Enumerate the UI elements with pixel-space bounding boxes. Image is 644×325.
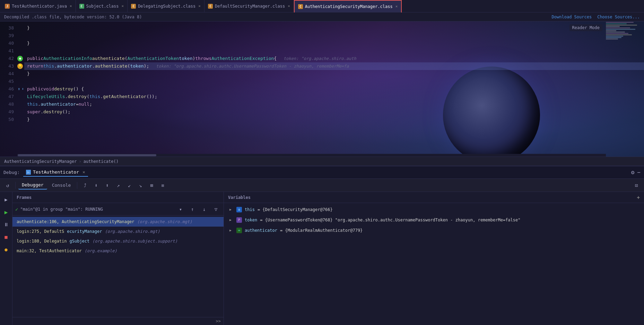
tab-label-2: Subject.class	[86, 4, 119, 9]
tab-icon-class2: C	[131, 4, 136, 9]
step-over-button[interactable]: ⤴	[80, 181, 90, 190]
code-line-40: }	[24, 39, 644, 47]
tab-close-5[interactable]: ×	[395, 4, 398, 9]
line-numbers: 38 39 40 41 42 43 44 45 46 47 48 49 50	[0, 21, 17, 157]
var-item-authenticator[interactable]: ▶ ∞ authenticator = {ModularRealmAuthent…	[224, 225, 644, 236]
tab-label-4: DefaultSecurityManager.class	[215, 4, 285, 9]
frame-up-button[interactable]: ↑	[188, 204, 197, 214]
running-indicator: ▶	[1, 207, 11, 217]
force-step-into-button[interactable]: ↙	[124, 181, 134, 190]
frame-method-2: login:180, Delegatin	[17, 238, 67, 245]
variables-label: Variables	[228, 195, 251, 200]
debug-session-tab[interactable]: ▷ TestAuthenticator ×	[23, 168, 88, 177]
info-bar: Decompiled .class file, bytecode version…	[0, 12, 644, 21]
choose-sources-link[interactable]: Choose Sources...	[597, 15, 640, 19]
tab-label-1: TestAuthenticator.java	[12, 4, 67, 9]
editor-content: 38 39 40 41 42 43 44 45 46 47 48 49 50 ●…	[0, 21, 644, 157]
breadcrumb-bar: AuthenticatingSecurityManager › authenti…	[0, 157, 644, 166]
tab-defaultsecurity[interactable]: C DefaultSecurityManager.class ×	[204, 0, 294, 12]
debug-body: ▶ ▶ ⏸ ■ ● Frames ✓ "main"@1 in group "ma…	[0, 192, 644, 325]
var-toggle-auth[interactable]: ▶	[229, 227, 234, 234]
frame-method-1: login:275, DefaultS	[17, 228, 64, 235]
tab-testauthenticator[interactable]: J TestAuthenticator.java ×	[1, 0, 76, 12]
show-execution-button[interactable]: ⊞	[147, 181, 156, 190]
tab-subject[interactable]: C Subject.class ×	[76, 0, 128, 12]
thread-info: ✓ "main"@1 in group "main": RUNNING	[15, 207, 174, 212]
code-line-48: this . authenticator = null ;	[24, 100, 644, 108]
decompiled-info: Decompiled .class file, bytecode version…	[4, 15, 142, 19]
var-toggle-token[interactable]: ▶	[229, 216, 234, 224]
tab-close-3[interactable]: ×	[198, 4, 201, 8]
code-area: } } public AuthenticationInfo authentica…	[24, 21, 644, 157]
frames-panel: Frames ✓ "main"@1 in group "main": RUNNI…	[12, 192, 224, 325]
tab-close-1[interactable]: ×	[70, 4, 72, 8]
debug-minimize-button[interactable]: −	[637, 169, 641, 176]
tab-icon-class3: C	[208, 4, 213, 9]
var-item-this[interactable]: ▶ ≡ this = {DefaultSecurityManager@766}	[224, 204, 644, 215]
tab-close-2[interactable]: ×	[122, 4, 124, 8]
breadcrumb-separator: ›	[79, 159, 81, 164]
restore-layout-button[interactable]: ⊡	[632, 181, 641, 190]
code-line-46: public void destroy () {	[24, 85, 644, 93]
frame-item-1[interactable]: login:275, DefaultS ecurityManager (org.…	[12, 227, 224, 236]
var-toggle-this[interactable]: ▶	[229, 206, 234, 213]
frame-item-0[interactable]: authenticate:106, AuthenticatingSecurity…	[12, 217, 224, 227]
tab-close-4[interactable]: ×	[288, 4, 290, 8]
breakpoint-icon-42[interactable]: ●	[17, 56, 23, 61]
toolbar-sep-1	[15, 182, 16, 189]
debug-settings-button[interactable]: ⚙	[631, 169, 635, 176]
frame-loc-1: ecurityManager	[67, 228, 102, 235]
breadcrumb-class[interactable]: AuthenticatingSecurityManager	[4, 159, 77, 164]
thread-dropdown[interactable]: ▾	[176, 204, 185, 214]
tab-label-5: AuthenticatingSecurityManager.class	[305, 4, 393, 9]
code-line-50: }	[24, 116, 644, 123]
debug-session-name: TestAuthenticator	[33, 169, 79, 175]
frames-button[interactable]: ≡	[158, 181, 167, 190]
add-watch-button[interactable]: +	[637, 195, 640, 200]
step-out-button[interactable]: ⬆	[102, 181, 112, 190]
smart-step-into-button[interactable]: ↘	[136, 181, 145, 190]
run-to-cursor-button[interactable]: ↗	[113, 181, 123, 190]
code-line-47: LifecycleUtils . destroy ( this . getAut…	[24, 93, 644, 100]
editor-area: Reader Mode 38 39 40 41 42 43 44 45 46 4…	[0, 21, 644, 157]
mute-button[interactable]: ●	[1, 245, 11, 254]
frame-loc-2: gSubject	[70, 238, 90, 245]
debug-pointer-43: 💡	[17, 63, 23, 69]
toolbar-sep-2	[77, 182, 77, 189]
breadcrumb-method[interactable]: authenticate()	[84, 159, 119, 164]
tab-icon-java: J	[5, 4, 10, 9]
download-sources-link[interactable]: Download Sources	[552, 15, 592, 19]
frame-filter-button[interactable]: ▽	[211, 204, 221, 214]
frame-item-3[interactable]: main:32, TestAuthenticator (org.example)	[12, 246, 224, 256]
frame-package-0: (org.apache.shiro.mgt)	[137, 218, 192, 225]
var-eq-this: = {DefaultSecurityManager@766}	[258, 206, 333, 213]
step-into-button[interactable]: ⬇	[91, 181, 101, 190]
tab-authenticatingsecurity[interactable]: C AuthenticatingSecurityManager.class ×	[294, 0, 402, 12]
frame-package-1: (org.apache.shiro.mgt)	[105, 228, 160, 235]
debug-session-close[interactable]: ×	[82, 169, 85, 175]
stop-button[interactable]: ■	[1, 232, 11, 242]
var-item-token[interactable]: ▶ P token = {UsernamePasswordToken@768} …	[224, 215, 644, 225]
thread-check-icon: ✓	[15, 207, 18, 212]
debug-panel: Debug: ▷ TestAuthenticator × ⚙ − ↺ Debug…	[0, 166, 644, 325]
restart-debug-button[interactable]: ↺	[3, 181, 12, 190]
debug-session-icon: ▷	[26, 170, 31, 175]
tab-icon-class4: C	[298, 4, 303, 9]
frames-more-button[interactable]: >>	[216, 319, 221, 324]
tab-console[interactable]: Console	[49, 181, 75, 189]
code-line-42: public AuthenticationInfo authenticate (…	[24, 55, 644, 62]
reader-mode-button[interactable]: Reader Mode	[569, 24, 602, 31]
pause-button[interactable]: ⏸	[1, 220, 11, 229]
gutter: ● 💡 ⬆ ⬇	[17, 21, 24, 157]
toolbar-right: ⊡	[632, 181, 641, 190]
code-line-45	[24, 78, 644, 85]
var-name-this: this	[245, 206, 255, 213]
resume-button[interactable]: ▶	[1, 195, 11, 204]
tab-delegatingsubject[interactable]: C DelegatingSubject.class ×	[128, 0, 204, 12]
frame-item-2[interactable]: login:180, Delegatin gSubject (org.apach…	[12, 236, 224, 246]
var-name-token: token	[245, 216, 257, 224]
tab-debugger[interactable]: Debugger	[18, 181, 47, 190]
frame-down-button[interactable]: ↓	[199, 204, 209, 214]
frame-method-3: main:32, TestAuthenticator	[17, 247, 82, 254]
tab-bar: J TestAuthenticator.java × C Subject.cla…	[0, 0, 644, 12]
